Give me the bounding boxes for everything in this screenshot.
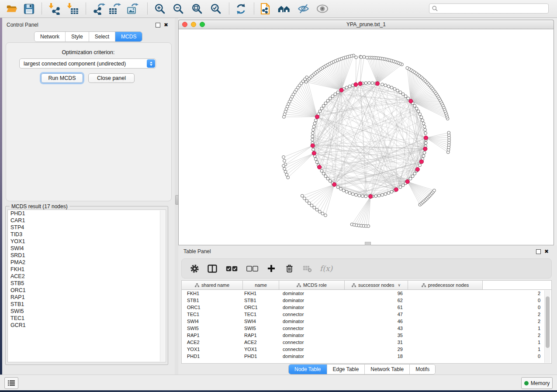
zoom-selected-icon[interactable] bbox=[209, 2, 222, 15]
export-table-icon[interactable] bbox=[108, 2, 121, 15]
close-panel-button[interactable]: Close panel bbox=[88, 73, 135, 83]
mcds-result-item[interactable]: SRD1 bbox=[8, 252, 166, 259]
network-node[interactable] bbox=[311, 132, 314, 135]
network-node[interactable] bbox=[336, 91, 339, 94]
tab-style[interactable]: Style bbox=[66, 32, 89, 41]
network-node[interactable] bbox=[312, 128, 315, 131]
mcds-hub-node[interactable] bbox=[415, 168, 419, 172]
network-node[interactable] bbox=[313, 206, 316, 209]
delete-column-icon[interactable] bbox=[284, 263, 294, 274]
table-row[interactable]: FKH1FKH1dominator962 bbox=[182, 290, 551, 297]
zoom-in-icon[interactable] bbox=[153, 2, 166, 15]
table-row[interactable]: TEC1TEC1connector472 bbox=[182, 311, 551, 318]
network-node[interactable] bbox=[348, 85, 351, 88]
network-node[interactable] bbox=[308, 202, 311, 205]
column-header-predecessor-nodes[interactable]: predecessor nodes bbox=[408, 281, 483, 289]
mcds-hub-node[interactable] bbox=[339, 88, 343, 92]
network-node[interactable] bbox=[423, 125, 426, 128]
mcds-hub-node[interactable] bbox=[369, 194, 373, 198]
zoom-fit-icon[interactable] bbox=[190, 2, 204, 15]
network-node[interactable] bbox=[433, 189, 436, 192]
network-node[interactable] bbox=[413, 104, 416, 107]
mcds-hub-node[interactable] bbox=[318, 165, 322, 169]
export-image-icon[interactable] bbox=[126, 2, 139, 15]
table-row[interactable]: YOX1YOX1connector291 bbox=[182, 346, 551, 353]
network-node[interactable] bbox=[406, 66, 409, 69]
network-node[interactable] bbox=[318, 110, 322, 113]
mcds-result-item[interactable]: STB1 bbox=[8, 301, 166, 308]
network-node[interactable] bbox=[401, 184, 405, 187]
mcds-hub-node[interactable] bbox=[405, 179, 409, 183]
network-node[interactable] bbox=[342, 189, 345, 192]
network-node[interactable] bbox=[374, 195, 377, 198]
share-document-icon[interactable] bbox=[259, 2, 272, 15]
deselect-all-icon[interactable] bbox=[246, 263, 259, 274]
network-node[interactable] bbox=[399, 186, 402, 189]
show-columns-icon[interactable] bbox=[207, 263, 218, 274]
network-node[interactable] bbox=[417, 110, 420, 113]
network-node[interactable] bbox=[282, 155, 285, 158]
table-row[interactable]: ORC1ORC1dominator610 bbox=[182, 304, 551, 311]
close-table-panel-icon[interactable]: ✖ bbox=[544, 250, 549, 254]
network-node[interactable] bbox=[419, 164, 422, 167]
network-node[interactable] bbox=[419, 113, 422, 116]
network-node[interactable] bbox=[364, 82, 367, 85]
tab-select[interactable]: Select bbox=[89, 32, 115, 41]
mcds-result-item[interactable]: TID3 bbox=[8, 231, 166, 238]
network-node[interactable] bbox=[312, 125, 315, 128]
network-node[interactable] bbox=[355, 193, 358, 196]
network-node[interactable] bbox=[361, 195, 364, 198]
network-node[interactable] bbox=[422, 155, 425, 158]
network-node[interactable] bbox=[318, 210, 321, 213]
network-node[interactable] bbox=[283, 159, 286, 162]
network-node[interactable] bbox=[399, 91, 402, 94]
home-networks-icon[interactable] bbox=[277, 2, 291, 15]
network-node[interactable] bbox=[314, 119, 317, 122]
column-header-mcds-role[interactable]: MCDS role bbox=[279, 281, 345, 289]
table-scrollbar[interactable] bbox=[544, 290, 550, 363]
add-column-icon[interactable] bbox=[266, 263, 277, 274]
tab-network-table[interactable]: Network Table bbox=[365, 364, 410, 374]
network-node[interactable] bbox=[348, 192, 351, 195]
network-node[interactable] bbox=[324, 102, 327, 105]
network-node[interactable] bbox=[423, 151, 426, 155]
tab-node-table[interactable]: Node Table bbox=[289, 364, 327, 374]
network-node[interactable] bbox=[366, 56, 369, 59]
mcds-result-item[interactable]: STB5 bbox=[8, 280, 166, 287]
table-row[interactable]: STB1STB1dominator620 bbox=[182, 297, 551, 304]
import-table-icon[interactable] bbox=[66, 2, 79, 15]
network-node[interactable] bbox=[334, 93, 337, 96]
network-node[interactable] bbox=[320, 169, 323, 172]
mcds-result-item[interactable]: STP4 bbox=[8, 224, 166, 231]
network-node[interactable] bbox=[411, 175, 414, 178]
network-node[interactable] bbox=[396, 89, 399, 92]
network-node[interactable] bbox=[324, 175, 327, 178]
network-node[interactable] bbox=[311, 138, 314, 141]
horizontal-splitter-grip[interactable] bbox=[365, 242, 371, 245]
network-node[interactable] bbox=[424, 132, 427, 135]
network-node[interactable] bbox=[282, 115, 285, 118]
zoom-out-icon[interactable] bbox=[172, 2, 185, 15]
export-network-icon[interactable] bbox=[93, 2, 106, 15]
network-node[interactable] bbox=[401, 93, 405, 96]
mcds-result-item[interactable]: YOX1 bbox=[8, 238, 166, 245]
node-table[interactable]: shared name name MCDS role successor nod… bbox=[181, 280, 552, 364]
network-node[interactable] bbox=[310, 204, 313, 207]
table-scrollbar-thumb[interactable] bbox=[546, 296, 550, 348]
mcds-hub-node[interactable] bbox=[315, 115, 319, 119]
network-node[interactable] bbox=[324, 214, 327, 217]
tab-network[interactable]: Network bbox=[35, 32, 66, 41]
network-node[interactable] bbox=[409, 177, 412, 180]
mcds-result-item[interactable]: SWI5 bbox=[8, 308, 166, 315]
network-node[interactable] bbox=[360, 55, 363, 58]
network-node[interactable] bbox=[404, 95, 407, 98]
table-row[interactable]: SWI4SWI4dominator462 bbox=[182, 318, 551, 325]
network-node[interactable] bbox=[287, 176, 290, 179]
mcds-hub-node[interactable] bbox=[354, 83, 358, 86]
network-node[interactable] bbox=[301, 194, 304, 197]
network-node[interactable] bbox=[326, 99, 329, 102]
network-node[interactable] bbox=[303, 197, 306, 200]
network-node[interactable] bbox=[312, 148, 315, 151]
network-node[interactable] bbox=[326, 177, 329, 180]
network-node[interactable] bbox=[283, 167, 286, 170]
